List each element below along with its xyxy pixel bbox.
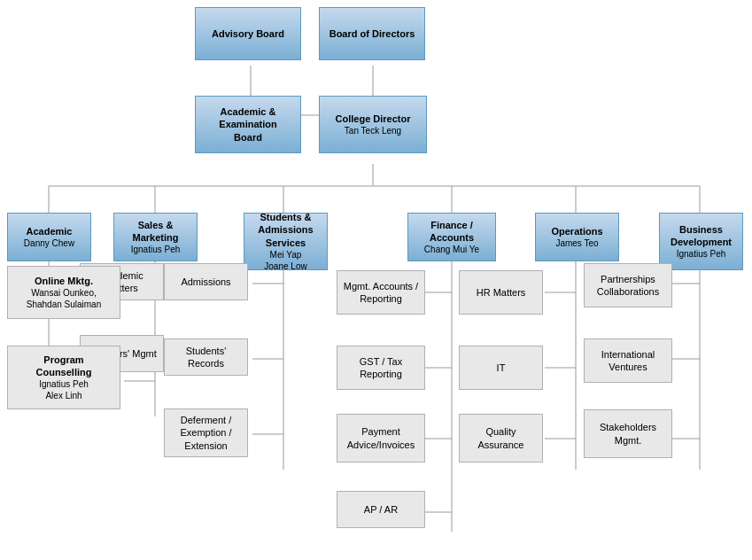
partnerships-label: PartnershipsCollaborations (597, 273, 659, 299)
deferment-box: Deferment /Exemption /Extension (164, 408, 248, 457)
program-counselling-label: ProgramCounselling (36, 354, 92, 379)
quality-assurance-label: Quality Assurance (464, 425, 538, 451)
board-of-directors-label: Board of Directors (329, 27, 415, 40)
operations-box: Operations James Teo (535, 213, 619, 261)
admissions-label: Admissions (181, 276, 230, 288)
business-development-subtitle: Ignatius Peh (677, 248, 726, 260)
online-mktg-subtitle: Wansai Ounkeo,Shahdan Sulaiman (27, 287, 102, 310)
finance-accounts-label: Finance / Accounts (413, 219, 491, 245)
payment-advice-box: PaymentAdvice/Invoices (337, 414, 425, 463)
students-admissions-subtitle: Mei YapJoane Low (264, 249, 306, 272)
academic-subtitle: Danny Chew (24, 237, 74, 249)
ap-ar-label: AP / AR (364, 503, 398, 516)
program-counselling-box: ProgramCounselling Ignatius PehAlex Linh (7, 346, 120, 409)
international-ventures-label: InternationalVentures (601, 348, 655, 374)
mgmt-accounts-label: Mgmt. Accounts /Reporting (344, 280, 418, 306)
deferment-label: Deferment /Exemption /Extension (180, 414, 231, 452)
college-director-label: College Director (336, 113, 411, 125)
students-admissions-box: Students &Admissions Services Mei YapJoa… (244, 213, 328, 270)
gst-tax-box: GST / TaxReporting (337, 346, 425, 390)
academic-exam-board-label: Academic &ExaminationBoard (219, 105, 276, 144)
org-chart: Advisory Board Board of Directors Academ… (0, 0, 752, 560)
students-records-label: Students'Records (186, 345, 227, 370)
ap-ar-box: AP / AR (337, 491, 425, 528)
operations-label: Operations (551, 225, 602, 237)
gst-tax-label: GST / TaxReporting (360, 355, 403, 381)
sales-marketing-label: Sales & Marketing (119, 219, 192, 245)
business-development-box: BusinessDevelopment Ignatius Peh (659, 213, 743, 270)
online-mktg-label: Online Mktg. (35, 275, 93, 287)
advisory-board-box: Advisory Board (195, 7, 301, 60)
academic-exam-board-box: Academic &ExaminationBoard (195, 96, 301, 153)
college-director-box: College Director Tan Teck Leng (319, 96, 427, 153)
academic-box: Academic Danny Chew (7, 213, 91, 261)
partnerships-box: PartnershipsCollaborations (584, 263, 672, 307)
international-ventures-box: InternationalVentures (584, 338, 672, 383)
board-of-directors-box: Board of Directors (319, 7, 425, 60)
advisory-board-label: Advisory Board (212, 27, 284, 40)
students-admissions-label: Students &Admissions Services (249, 211, 322, 249)
operations-subtitle: James Teo (555, 237, 598, 249)
finance-accounts-subtitle: Chang Mui Ye (424, 244, 479, 255)
admissions-box: Admissions (164, 263, 248, 300)
quality-assurance-box: Quality Assurance (459, 414, 543, 463)
finance-accounts-box: Finance / Accounts Chang Mui Ye (407, 213, 496, 261)
business-development-label: BusinessDevelopment (671, 223, 732, 249)
sales-marketing-subtitle: Ignatius Peh (131, 244, 181, 255)
hr-matters-label: HR Matters (477, 286, 526, 299)
it-box: IT (459, 346, 543, 390)
it-label: IT (497, 362, 506, 374)
academic-label: Academic (27, 225, 73, 237)
stakeholders-mgmt-box: StakeholdersMgmt. (584, 409, 672, 458)
hr-matters-box: HR Matters (459, 270, 543, 315)
stakeholders-mgmt-label: StakeholdersMgmt. (600, 421, 656, 447)
mgmt-accounts-box: Mgmt. Accounts /Reporting (337, 270, 425, 315)
college-director-subtitle: Tan Teck Leng (345, 125, 401, 136)
sales-marketing-box: Sales & Marketing Ignatius Peh (113, 213, 198, 261)
students-records-box: Students'Records (164, 338, 248, 376)
online-mktg-box: Online Mktg. Wansai Ounkeo,Shahdan Sulai… (7, 266, 120, 319)
program-counselling-subtitle: Ignatius PehAlex Linh (39, 378, 89, 401)
payment-advice-label: PaymentAdvice/Invoices (347, 425, 415, 451)
